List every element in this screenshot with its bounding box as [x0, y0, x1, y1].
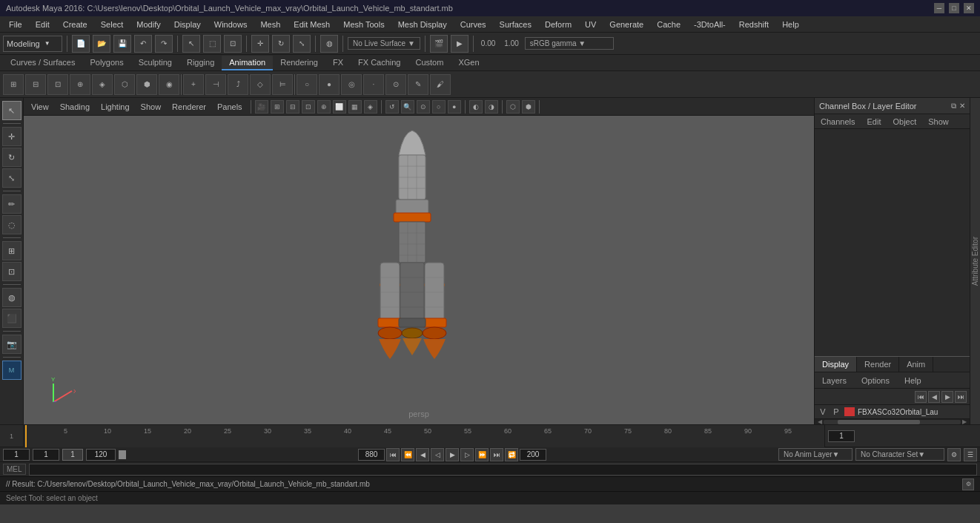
play-end-input[interactable]: [520, 449, 546, 461]
redo-button[interactable]: ↷: [155, 35, 173, 53]
current-frame-input[interactable]: [828, 430, 855, 442]
play-back-button[interactable]: ◁: [431, 448, 444, 461]
viewport-menu-panels[interactable]: Panels: [213, 101, 247, 113]
save-scene-button[interactable]: 💾: [113, 35, 131, 53]
timeline-scrubber[interactable]: 5 10 15 20 25 30 35 40 45 50 55 60 65 70…: [24, 425, 824, 447]
shelf-icon-dot[interactable]: ·: [363, 74, 384, 95]
shelf-icon-mirror[interactable]: ⊣: [205, 74, 226, 95]
viewport-icon-12[interactable]: ○: [432, 100, 446, 114]
menu-redshift[interactable]: Redshift: [733, 16, 775, 33]
panel-float-button[interactable]: ⧉: [951, 102, 956, 111]
lattice-button[interactable]: ⬛: [2, 309, 21, 328]
undo-button[interactable]: ↶: [134, 35, 152, 53]
shelf-tab-xgen[interactable]: XGen: [451, 56, 486, 70]
move-tool-button[interactable]: ✛: [251, 35, 269, 53]
scale-mode-button[interactable]: ⤡: [2, 168, 21, 188]
menu-mesh-tools[interactable]: Mesh Tools: [337, 16, 390, 33]
close-button[interactable]: ✕: [964, 3, 974, 13]
range-end-input[interactable]: [86, 449, 116, 461]
menu-modify[interactable]: Modify: [130, 16, 166, 33]
viewport-icon-14[interactable]: ◐: [469, 100, 483, 114]
snap-curve-button[interactable]: ⊡: [2, 262, 21, 281]
menu-help[interactable]: Help: [776, 16, 805, 33]
layer-arrow-prev[interactable]: ◀: [928, 391, 940, 403]
menu-3dtall[interactable]: -3DtoAll-: [688, 16, 732, 33]
render-button[interactable]: ▶: [451, 35, 469, 53]
scroll-thumb[interactable]: [838, 420, 920, 424]
shelf-tab-custom[interactable]: Custom: [408, 56, 451, 70]
snap-button[interactable]: ⊡: [224, 35, 242, 53]
timeline[interactable]: 1 5 10 15 20 25 30 35 40 45 50 55 60 65 …: [0, 424, 980, 447]
new-scene-button[interactable]: 📄: [72, 35, 90, 53]
viewport-icon-6[interactable]: ⬜: [333, 100, 346, 114]
rotate-tool-button[interactable]: ↻: [272, 35, 290, 53]
menu-select[interactable]: Select: [95, 16, 130, 33]
open-scene-button[interactable]: 📂: [93, 35, 110, 53]
shelf-icon-5[interactable]: ◈: [92, 74, 113, 95]
layer-arrow-next[interactable]: ▶: [941, 391, 953, 403]
prev-key-button[interactable]: ◀: [416, 448, 429, 461]
layer-arrow-first[interactable]: ⏮: [915, 391, 927, 403]
viewport-icon-3[interactable]: ⊟: [286, 100, 299, 114]
command-language-label[interactable]: MEL: [3, 464, 26, 475]
shelf-tab-rendering[interactable]: Rendering: [273, 56, 325, 70]
scale-tool-button[interactable]: ⤡: [293, 35, 311, 53]
viewport-menu-show[interactable]: Show: [136, 101, 166, 113]
viewport-icon-16[interactable]: ⬡: [506, 100, 520, 114]
shelf-tab-rigging[interactable]: Rigging: [179, 56, 222, 70]
rotate-mode-button[interactable]: ↻: [2, 148, 21, 167]
sculpt-button[interactable]: ◌: [2, 215, 21, 234]
shelf-tab-polygons[interactable]: Polygons: [82, 56, 130, 70]
soft-selection-button[interactable]: ◍: [320, 35, 338, 53]
channel-menu-channels[interactable]: Channels: [815, 116, 861, 128]
viewport-icon-17[interactable]: ⬢: [522, 100, 535, 114]
shelf-icon-6[interactable]: ⬡: [114, 74, 135, 95]
soft-mod-button[interactable]: ◍: [2, 288, 21, 307]
maximize-button[interactable]: □: [949, 3, 959, 13]
shelf-icon-circle[interactable]: ○: [297, 74, 317, 95]
shelf-icon-bevel[interactable]: ◇: [250, 74, 271, 95]
menu-mesh[interactable]: Mesh: [254, 16, 286, 33]
shelf-icon-sphere[interactable]: ●: [319, 74, 340, 95]
shelf-icon-target[interactable]: ⊙: [385, 74, 406, 95]
go-start-button[interactable]: ⏮: [386, 448, 400, 461]
menu-display[interactable]: Display: [168, 16, 207, 33]
menu-windows[interactable]: Windows: [208, 16, 254, 33]
viewport-icon-5[interactable]: ⊕: [317, 100, 331, 114]
viewport-icon-7[interactable]: ▦: [348, 100, 362, 114]
menu-deform[interactable]: Deform: [539, 16, 577, 33]
next-key-button[interactable]: ▷: [460, 448, 474, 461]
viewport-menu-shading[interactable]: Shading: [56, 101, 94, 113]
range-start-input[interactable]: [3, 449, 30, 461]
display-subtab-options[interactable]: Options: [854, 375, 897, 387]
viewport-icon-10[interactable]: 🔍: [401, 100, 414, 114]
layer-visibility[interactable]: V: [818, 407, 828, 416]
shelf-tab-fx-caching[interactable]: FX Caching: [351, 56, 408, 70]
loop-button[interactable]: 🔁: [505, 448, 518, 461]
shelf-icon-3[interactable]: ⊡: [47, 74, 68, 95]
status-icon[interactable]: ⚙: [962, 478, 974, 490]
shelf-tab-sculpting[interactable]: Sculpting: [131, 56, 179, 70]
play-start-input[interactable]: [358, 449, 385, 461]
anim-settings-button[interactable]: ⚙: [947, 448, 961, 461]
shelf-icon-bridge[interactable]: ⊨: [272, 74, 293, 95]
display-tab-display[interactable]: Display: [815, 357, 857, 372]
shelf-icon-pen[interactable]: ✎: [408, 74, 428, 95]
shelf-tab-fx[interactable]: FX: [325, 56, 351, 70]
shelf-icon-8[interactable]: ◉: [159, 74, 179, 95]
select-mode-button[interactable]: ↖: [2, 101, 21, 120]
playback-range-slider[interactable]: [119, 450, 126, 459]
layer-playback[interactable]: P: [831, 407, 841, 416]
shelf-icon-2[interactable]: ⊟: [25, 74, 46, 95]
current-frame-range-input[interactable]: [33, 449, 59, 461]
menu-create[interactable]: Create: [57, 16, 93, 33]
display-subtab-help[interactable]: Help: [897, 375, 929, 387]
scroll-track[interactable]: [824, 420, 961, 424]
frame-step-input[interactable]: [62, 449, 83, 461]
menu-curves[interactable]: Curves: [454, 16, 492, 33]
viewport-icon-2[interactable]: ⊞: [271, 100, 284, 114]
anim-extra-button[interactable]: ☰: [964, 448, 977, 461]
display-tab-anim[interactable]: Anim: [899, 357, 933, 372]
attribute-editor-tab[interactable]: Attribute Editor: [970, 98, 980, 424]
channel-menu-edit[interactable]: Edit: [861, 116, 887, 128]
